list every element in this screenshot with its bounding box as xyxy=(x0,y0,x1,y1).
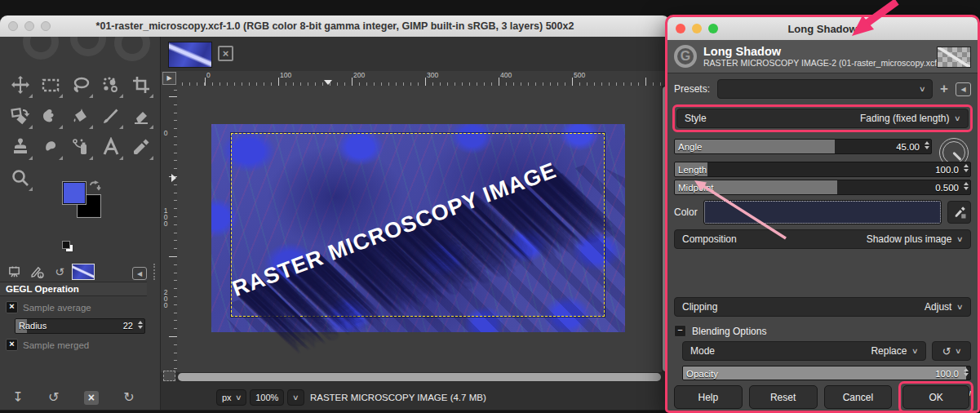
cancel-button[interactable]: Cancel xyxy=(824,385,893,409)
bucket-fill-tool-icon[interactable] xyxy=(65,100,95,131)
mode-dropdown[interactable]: Mode Replace ∨ xyxy=(682,341,926,361)
chevron-down-icon: ∨ xyxy=(235,393,242,402)
midpoint-value: 0.500 xyxy=(935,183,959,193)
text-tool-icon[interactable] xyxy=(95,131,126,162)
zoom-level-input[interactable]: 100% xyxy=(250,389,284,406)
reset-tool-options-button[interactable]: ↻ xyxy=(123,391,134,404)
tab-undo-history[interactable]: ↺ xyxy=(49,264,70,280)
radius-slider[interactable]: Radius 22 xyxy=(15,318,145,334)
fuzzy-select-tool-icon[interactable] xyxy=(95,69,126,100)
midpoint-label: Midpoint xyxy=(678,183,713,193)
paintbrush-tool-icon[interactable] xyxy=(95,100,126,131)
opacity-value: 100.0 xyxy=(935,369,959,379)
default-colors-icon[interactable] xyxy=(62,241,73,252)
chevron-down-icon: ∨ xyxy=(955,347,962,355)
length-spinner[interactable] xyxy=(964,164,969,172)
angle-slider[interactable]: Angle 45.00 xyxy=(674,139,932,154)
reset-icon: ↺ xyxy=(942,345,951,357)
canvas-menu-button[interactable]: ▶ xyxy=(162,72,176,85)
zoom-dropdown-button[interactable]: ∨ xyxy=(287,389,304,406)
delete-tool-preset-button[interactable]: × xyxy=(84,391,99,405)
undo-icon: ↺ xyxy=(55,265,64,278)
chevron-down-icon: ∨ xyxy=(954,114,961,122)
h-ruler-label: 300 xyxy=(427,71,438,79)
midpoint-spinner[interactable] xyxy=(964,182,969,190)
h-ruler-label: 100 xyxy=(280,71,291,79)
long-shadow-dialog: Long Shadow G Long Shadow RASTER MICROSC… xyxy=(665,15,980,413)
airbrush-tool-icon[interactable] xyxy=(65,131,95,162)
add-preset-icon[interactable]: + xyxy=(940,81,948,97)
reset-button[interactable]: Reset xyxy=(749,385,818,409)
shadow-color-swatch[interactable] xyxy=(704,201,941,224)
foreground-color-swatch[interactable] xyxy=(63,182,86,204)
h-ruler-label: 500 xyxy=(574,71,585,79)
status-bar: px ∨ 100% ∨ RASTER MICROSCOPY IMAGE (4.7… xyxy=(161,389,670,406)
composition-dropdown[interactable]: Composition Shadow plus image ∨ xyxy=(674,229,971,249)
sample-merged-checkbox[interactable]: × xyxy=(6,339,18,351)
ok-button[interactable]: OK xyxy=(902,385,969,409)
warp-transform-tool-icon[interactable] xyxy=(35,100,65,131)
eraser-tool-icon[interactable] xyxy=(126,100,156,131)
smudge-tool-icon[interactable] xyxy=(35,131,65,162)
help-button[interactable]: Help xyxy=(674,385,743,409)
restore-tool-preset-button[interactable]: ↺ xyxy=(48,391,59,404)
transform-tool-icon[interactable] xyxy=(5,100,35,131)
presets-manage-icon[interactable]: ◀ xyxy=(956,82,971,96)
dialog-titlebar[interactable]: Long Shadow xyxy=(667,17,978,40)
close-image-icon[interactable]: × xyxy=(218,46,233,61)
mode-reset-dropdown[interactable]: ↺ ∨ xyxy=(932,341,971,361)
midpoint-slider[interactable]: Midpoint 0.500 xyxy=(674,180,971,195)
chevron-down-icon: ∨ xyxy=(956,303,964,311)
length-slider[interactable]: Length 100.0 xyxy=(674,162,971,177)
save-tool-preset-button[interactable]: ↧ xyxy=(12,391,23,404)
tab-image-thumbnail[interactable] xyxy=(72,264,95,280)
color-picker-tool-icon[interactable] xyxy=(126,131,156,162)
zoom-tool-icon[interactable] xyxy=(5,162,35,193)
main-window-title: *01-raster_microscopy.xcf-1.0 (RGB color… xyxy=(0,20,670,32)
vertical-ruler[interactable]: 0 100 200 xyxy=(161,86,178,372)
radius-spinner[interactable] xyxy=(138,321,143,329)
image-tab-strip: × xyxy=(161,37,670,71)
blending-options-header[interactable]: − Blending Options xyxy=(674,325,971,337)
image-tab-thumbnail[interactable] xyxy=(168,42,212,68)
horizontal-ruler[interactable]: 0 100 200 300 400 500 xyxy=(177,71,670,87)
color-label: Color xyxy=(674,206,698,218)
dock-drag-handle[interactable] xyxy=(153,264,155,280)
opacity-slider[interactable]: Opacity 100.0 xyxy=(682,366,971,380)
opacity-spinner[interactable] xyxy=(964,368,969,376)
microscopy-image[interactable]: RASTER MICROSCOPY IMAGE xyxy=(211,124,625,332)
dock-collapse-button[interactable]: ◀ xyxy=(132,267,147,280)
clipping-dropdown[interactable]: Clipping Adjust ∨ xyxy=(674,297,971,317)
canvas-viewport[interactable]: RASTER MICROSCOPY IMAGE xyxy=(177,86,662,372)
angle-label: Angle xyxy=(678,142,702,152)
free-select-tool-icon[interactable] xyxy=(65,69,95,100)
sample-merged-label: Sample merged xyxy=(23,340,89,350)
move-tool-icon[interactable] xyxy=(5,69,35,100)
tab-device-status[interactable] xyxy=(26,264,47,280)
presets-label: Presets: xyxy=(674,83,710,95)
blending-options-label: Blending Options xyxy=(692,326,766,337)
dialog-header: G Long Shadow RASTER MICROSCOPY IMAGE-2 … xyxy=(667,40,978,73)
style-annotation-highlight: Style Fading (fixed length) ∨ xyxy=(672,104,973,132)
sample-average-checkbox[interactable]: × xyxy=(6,301,18,313)
mode-value: Replace xyxy=(871,345,907,357)
h-ruler-label: 400 xyxy=(500,71,512,79)
gimp-wilber-logo xyxy=(0,37,155,66)
presets-dropdown[interactable]: ∨ xyxy=(717,79,933,99)
clone-tool-icon[interactable] xyxy=(5,131,35,162)
filter-target-image: RASTER MICROSCOPY IMAGE-2 (01-raster_mic… xyxy=(703,58,940,68)
quickmask-toggle-button[interactable] xyxy=(163,371,175,381)
toolbox-panel: ↺ ◀ GEGL Operation × Sample average Radi… xyxy=(0,37,161,410)
swap-colors-icon[interactable] xyxy=(88,180,101,193)
crop-tool-icon[interactable] xyxy=(126,69,156,100)
style-dropdown[interactable]: Style Fading (fixed length) ∨ xyxy=(676,109,969,128)
layer-preview-thumbnail xyxy=(937,47,971,68)
color-picker-button[interactable] xyxy=(947,201,971,224)
rectangle-select-tool-icon[interactable] xyxy=(35,69,65,100)
angle-spinner[interactable] xyxy=(925,141,929,149)
horizontal-scrollbar[interactable] xyxy=(177,372,662,382)
unit-dropdown[interactable]: px ∨ xyxy=(216,389,246,406)
collapse-section-icon[interactable]: − xyxy=(674,325,686,337)
tool-grid xyxy=(5,69,156,193)
tab-tool-options[interactable] xyxy=(3,264,24,280)
